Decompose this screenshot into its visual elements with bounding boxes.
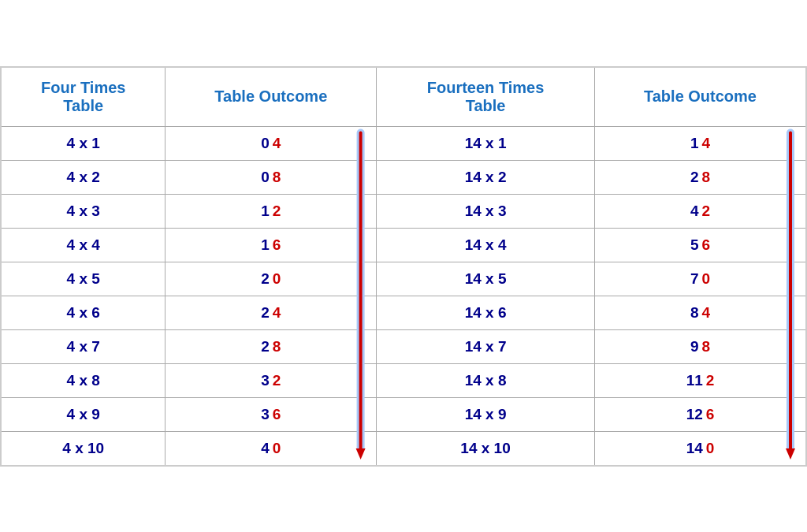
outcome-col2: 1 4 [595,126,806,160]
outcome-col2: 5 6 [595,228,806,262]
header-col1: Four TimesTable [1,67,165,127]
table-row: 4 x 20 814 x 22 8 [1,160,806,194]
table-row: 4 x 10 414 x 11 4 [1,126,806,160]
outcome-col1: 1 6 [165,228,377,262]
outcome-col1: 3 2 [165,363,377,397]
outcome-col2: 14 0 [595,431,806,466]
equation-col1: 4 x 2 [1,160,165,194]
outcome-col1: 3 6 [165,397,377,431]
equation-col2: 14 x 7 [377,329,595,363]
main-container: Four TimesTable Table Outcome Fourteen T… [0,66,807,467]
outcome-col1: 2 8 [165,329,377,363]
table-row: 4 x 52 014 x 57 0 [1,262,806,296]
equation-col1: 4 x 10 [1,431,165,466]
equation-col2: 14 x 1 [377,126,595,160]
outcome-col1: 4 0 [165,431,377,466]
table-row: 4 x 72 814 x 79 8 [1,329,806,363]
equation-col1: 4 x 6 [1,296,165,329]
outcome-col2: 2 8 [595,160,806,194]
equation-col1: 4 x 5 [1,262,165,296]
table-row: 4 x 41 614 x 45 6 [1,228,806,262]
outcome-col2: 7 0 [595,262,806,296]
equation-col2: 14 x 8 [377,363,595,397]
table-row: 4 x 31 214 x 34 2 [1,194,806,228]
table-row: 4 x 62 414 x 68 4 [1,296,806,329]
header-col2: Table Outcome [165,67,377,127]
equation-col1: 4 x 1 [1,126,165,160]
outcome-col1: 2 4 [165,296,377,329]
equation-col2: 14 x 5 [377,262,595,296]
table-row: 4 x 93 614 x 912 6 [1,397,806,431]
table-row: 4 x 104 014 x 1014 0 [1,431,806,466]
header-row: Four TimesTable Table Outcome Fourteen T… [1,67,806,127]
equation-col2: 14 x 4 [377,228,595,262]
equation-col2: 14 x 6 [377,296,595,329]
equation-col1: 4 x 7 [1,329,165,363]
outcome-col1: 0 4 [165,126,377,160]
outcome-col2: 9 8 [595,329,806,363]
equation-col1: 4 x 9 [1,397,165,431]
outcome-col1: 0 8 [165,160,377,194]
equation-col2: 14 x 9 [377,397,595,431]
outcome-col2: 12 6 [595,397,806,431]
outcome-col2: 8 4 [595,296,806,329]
equation-col2: 14 x 3 [377,194,595,228]
times-table: Four TimesTable Table Outcome Fourteen T… [0,66,807,467]
header-col3: Fourteen TimesTable [377,67,595,127]
outcome-col2: 4 2 [595,194,806,228]
outcome-col1: 2 0 [165,262,377,296]
equation-col1: 4 x 4 [1,228,165,262]
equation-col2: 14 x 2 [377,160,595,194]
table-row: 4 x 83 214 x 811 2 [1,363,806,397]
outcome-col1: 1 2 [165,194,377,228]
equation-col1: 4 x 3 [1,194,165,228]
header-col4: Table Outcome [595,67,806,127]
equation-col1: 4 x 8 [1,363,165,397]
outcome-col2: 11 2 [595,363,806,397]
equation-col2: 14 x 10 [377,431,595,466]
